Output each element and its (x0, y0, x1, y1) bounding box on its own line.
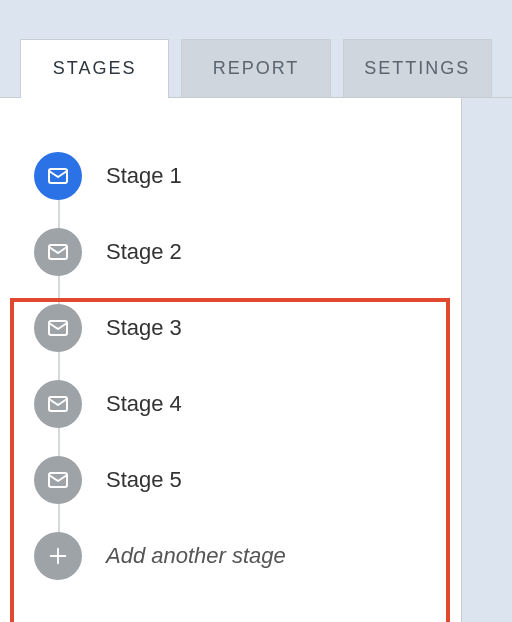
envelope-icon (34, 228, 82, 276)
stages-panel: Stage 1 Stage 2 Stage 3 Stage 4 (0, 98, 462, 622)
tab-stages[interactable]: STAGES (20, 39, 169, 97)
stage-label: Stage 3 (106, 315, 182, 341)
stage-row[interactable]: Stage 3 (34, 290, 427, 366)
stage-label: Stage 1 (106, 163, 182, 189)
envelope-icon (34, 152, 82, 200)
envelope-icon (34, 456, 82, 504)
tab-bar: STAGES REPORT SETTINGS (0, 0, 512, 98)
stage-label: Stage 2 (106, 239, 182, 265)
envelope-icon (34, 380, 82, 428)
stage-label: Stage 4 (106, 391, 182, 417)
envelope-icon (34, 304, 82, 352)
tab-report[interactable]: REPORT (181, 39, 330, 97)
add-stage-row[interactable]: Add another stage (34, 518, 427, 594)
stage-row[interactable]: Stage 1 (34, 138, 427, 214)
tab-settings[interactable]: SETTINGS (343, 39, 492, 97)
add-stage-label: Add another stage (106, 543, 286, 569)
stage-label: Stage 5 (106, 467, 182, 493)
panel-wrap: Stage 1 Stage 2 Stage 3 Stage 4 (0, 98, 512, 622)
stage-row[interactable]: Stage 5 (34, 442, 427, 518)
stage-row[interactable]: Stage 4 (34, 366, 427, 442)
plus-icon (34, 532, 82, 580)
stage-row[interactable]: Stage 2 (34, 214, 427, 290)
stage-list: Stage 1 Stage 2 Stage 3 Stage 4 (0, 98, 461, 622)
